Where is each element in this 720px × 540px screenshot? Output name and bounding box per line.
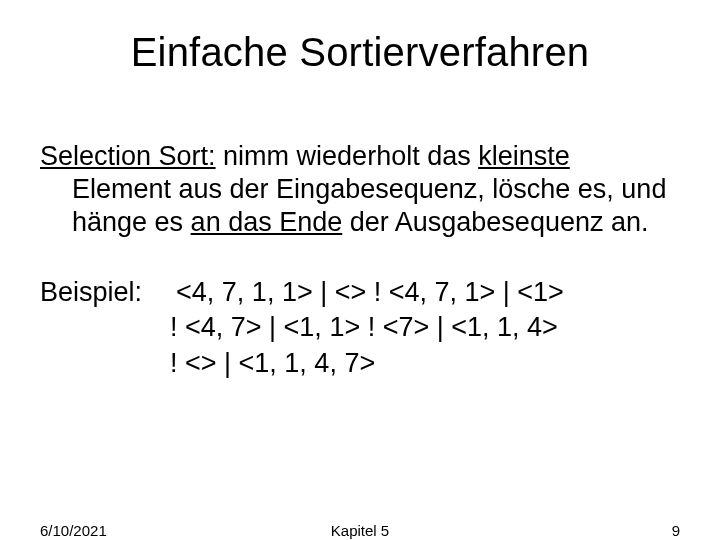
slide: Einfache Sortierverfahren Selection Sort… xyxy=(0,0,720,540)
description-text-c: der Ausgabesequenz an. xyxy=(342,207,648,237)
example-line-2: ! <4, 7> | <1, 1> ! <7> | <1, 1, 4> xyxy=(40,310,680,346)
algorithm-name: Selection Sort: xyxy=(40,141,216,171)
footer-chapter: Kapitel 5 xyxy=(40,522,680,539)
keyword-kleinste: kleinste xyxy=(478,141,570,171)
example-label: Beispiel: xyxy=(40,275,142,311)
description-paragraph: Selection Sort: nimm wiederholt das klei… xyxy=(40,140,680,239)
example-line-3: ! <> | <1, 1, 4, 7> xyxy=(40,346,680,382)
slide-title: Einfache Sortierverfahren xyxy=(0,30,720,75)
keyword-an-das-ende: an das Ende xyxy=(191,207,343,237)
slide-body: Selection Sort: nimm wiederholt das klei… xyxy=(40,140,680,382)
example-seq-1: <4, 7, 1, 1> | <> ! <4, 7, 1> | <1> xyxy=(176,277,564,307)
footer-page-number: 9 xyxy=(672,522,680,539)
example-line-1: Beispiel:<4, 7, 1, 1> | <> ! <4, 7, 1> |… xyxy=(40,275,680,311)
description-text-a: nimm wiederholt das xyxy=(216,141,479,171)
example-block: Beispiel:<4, 7, 1, 1> | <> ! <4, 7, 1> |… xyxy=(40,275,680,382)
